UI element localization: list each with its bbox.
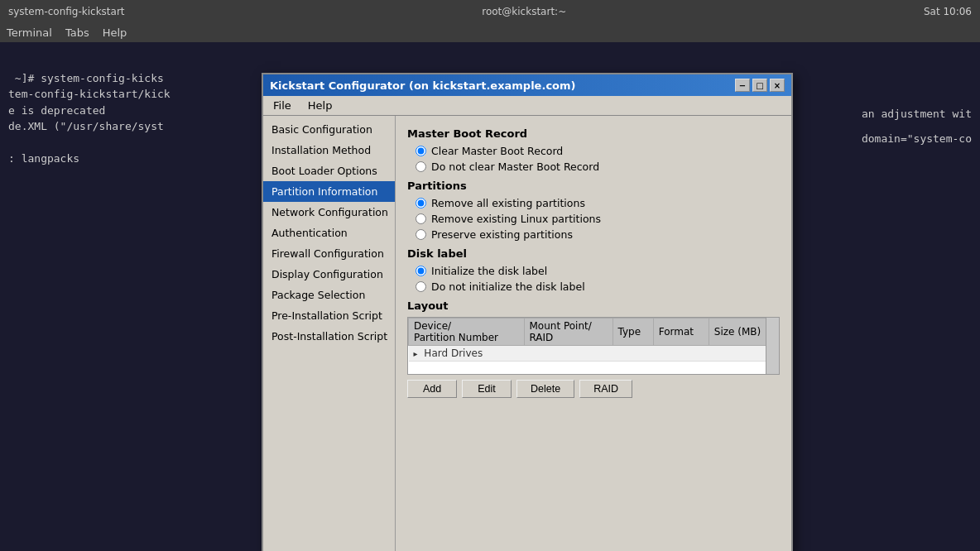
terminal-menu-help[interactable]: Help [103,26,127,39]
sidebar-item-post-installation-script[interactable]: Post-Installation Script [263,326,395,347]
remove-linux-radio[interactable] [416,213,426,224]
disk-label-title: Disk label [407,247,780,260]
layout-title: Layout [407,299,780,312]
terminal-titlebar-left: system-config-kickstart [8,6,125,17]
delete-button[interactable]: Delete [516,380,574,398]
sidebar-item-network-configuration[interactable]: Network Configuration [263,202,395,223]
table-row: ▸ Hard Drives [409,346,779,362]
edit-button[interactable]: Edit [462,380,512,398]
sidebar: Basic Configuration Installation Method … [263,116,396,551]
terminal-clock: Sat 10:06 [924,6,972,17]
sidebar-item-boot-loader-options[interactable]: Boot Loader Options [263,161,395,181]
kickstart-dialog: Kickstart Configurator (on kickstart.exa… [262,73,793,551]
remove-all-label: Remove all existing partitions [431,197,585,209]
terminal-content: ~]# system-config-kicks tem-config-kicks… [0,46,179,175]
dialog-titlebar-buttons: − □ × [735,79,785,92]
preserve-option: Preserve existing partitions [416,228,780,241]
minimize-button[interactable]: − [735,79,750,92]
no-init-disk-radio[interactable] [416,281,426,292]
terminal-title: system-config-kickstart [8,6,125,17]
master-boot-record-title: Master Boot Record [407,127,780,140]
preserve-radio[interactable] [416,229,426,240]
terminal-menu-tabs[interactable]: Tabs [65,26,89,39]
col-mount: Mount Point/RAID [524,319,612,346]
terminal-menu-terminal[interactable]: Terminal [7,26,52,39]
remove-all-option: Remove all existing partitions [416,197,780,209]
layout-table-wrapper: Device/Partition Number Mount Point/RAID… [407,317,780,375]
sidebar-item-display-configuration[interactable]: Display Configuration [263,264,395,285]
raid-button[interactable]: RAID [579,380,632,398]
terminal-right-content: an adjustment wit domain="system-co [862,108,972,145]
no-clear-mbr-option: Do not clear Master Boot Record [416,161,780,173]
hard-drives-label: Hard Drives [424,347,483,359]
clear-mbr-label: Clear Master Boot Record [431,145,563,157]
init-disk-option: Initialize the disk label [416,265,780,277]
menu-file[interactable]: File [268,98,296,113]
preserve-label: Preserve existing partitions [431,228,573,241]
no-init-disk-label: Do not initialize the disk label [431,280,585,293]
partitions-title: Partitions [407,180,780,192]
terminal-titlebar: system-config-kickstart root@kickstart:~… [0,0,980,23]
col-device: Device/Partition Number [409,319,525,346]
menu-help[interactable]: Help [303,98,338,113]
sidebar-item-basic-configuration[interactable]: Basic Configuration [263,119,395,140]
sidebar-item-installation-method[interactable]: Installation Method [263,140,395,161]
remove-linux-label: Remove existing Linux partitions [431,213,601,225]
sidebar-item-package-selection[interactable]: Package Selection [263,285,395,305]
main-content: Master Boot Record Clear Master Boot Rec… [396,116,791,551]
maximize-button[interactable]: □ [752,79,767,92]
clear-mbr-option: Clear Master Boot Record [416,145,780,157]
init-disk-radio[interactable] [416,266,426,276]
remove-all-radio[interactable] [416,198,426,208]
no-clear-mbr-radio[interactable] [416,161,426,172]
dialog-titlebar: Kickstart Configurator (on kickstart.exa… [263,74,791,96]
col-format: Format [653,319,709,346]
sidebar-item-authentication[interactable]: Authentication [263,223,395,243]
add-button[interactable]: Add [407,380,457,398]
layout-button-row: Add Edit Delete RAID [407,380,780,398]
clear-mbr-radio[interactable] [416,146,426,156]
layout-table: Device/Partition Number Mount Point/RAID… [408,318,779,362]
col-type: Type [612,319,653,346]
terminal-top-title: root@kickstart:~ [482,6,566,17]
no-clear-mbr-label: Do not clear Master Boot Record [431,161,599,173]
table-header-row: Device/Partition Number Mount Point/RAID… [409,319,779,346]
remove-linux-option: Remove existing Linux partitions [416,213,780,225]
tree-collapse-icon: ▸ [414,349,418,358]
dialog-menubar: File Help [263,96,791,116]
dialog-title: Kickstart Configurator (on kickstart.exa… [270,79,576,92]
init-disk-label: Initialize the disk label [431,265,547,277]
sidebar-item-partition-information[interactable]: Partition Information [263,181,395,202]
close-button[interactable]: × [770,79,785,92]
sidebar-item-firewall-configuration[interactable]: Firewall Configuration [263,243,395,264]
terminal-line-1: ~]# system-config-kicks tem-config-kicks… [8,72,171,165]
dialog-body: Basic Configuration Installation Method … [263,116,791,551]
table-scrollbar[interactable] [766,318,779,374]
sidebar-item-pre-installation-script[interactable]: Pre-Installation Script [263,305,395,326]
hard-drives-cell: ▸ Hard Drives [409,346,779,362]
terminal-menubar: Terminal Tabs Help [0,23,980,42]
no-init-disk-option: Do not initialize the disk label [416,280,780,293]
